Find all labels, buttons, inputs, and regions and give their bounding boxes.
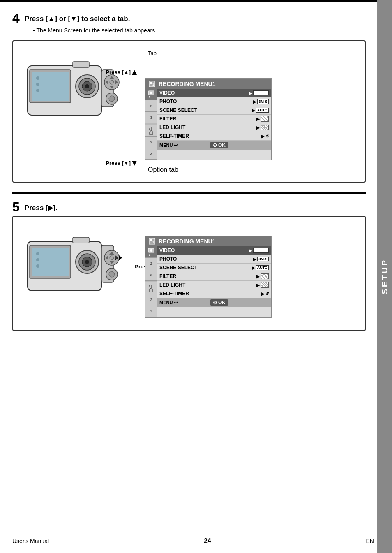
menu4-items-col: VIDEO ▶ Full-HD PHOTO ▶3M-S — [157, 89, 271, 160]
menu4-item-selftimer: SELF-TIMER ▶↺ — [157, 132, 271, 141]
menu5-title-text: RECORDING MENU1 — [159, 238, 215, 245]
camera4-drawing — [23, 49, 130, 123]
tab5-wrench-icon: 1 — [148, 284, 154, 293]
menu4-tab-3: 3 — [145, 112, 157, 123]
footer: User's Manual 24 EN — [12, 537, 374, 545]
svg-point-36 — [85, 260, 89, 264]
press-up-label: Press [▲] — [106, 69, 137, 75]
menu4-right-area — [261, 142, 269, 148]
tab-camera-icon: 1 — [148, 90, 154, 99]
menu5-title-icon: 1 — [149, 238, 155, 245]
menu4-tab-2: 2 — [145, 100, 157, 112]
svg-point-47 — [109, 271, 115, 277]
step5-title: Press [▶]. — [25, 200, 58, 212]
svg-rect-19 — [32, 72, 69, 101]
camera4-container: Press [▲] Press [▼] — [13, 41, 141, 182]
section-5: 5 Press [▶]. — [12, 200, 366, 331]
svg-rect-37 — [73, 237, 89, 243]
svg-marker-20 — [132, 70, 137, 75]
diagram5-box: Press [▶] 1 RECORDING MENU1 — [12, 216, 366, 331]
menu5-item-photo: PHOTO ▶3M-S — [157, 255, 271, 264]
svg-text:1: 1 — [149, 96, 150, 99]
diagram5-inner: Press [▶] 1 RECORDING MENU1 — [13, 217, 365, 330]
menu4-body: 1 2 3 1 — [145, 89, 271, 160]
side-tab: SETUP — [377, 0, 392, 553]
menu5-tab-icon: 1 — [145, 246, 157, 258]
section5-header: 5 Press [▶]. — [12, 200, 366, 213]
svg-point-15 — [109, 96, 115, 102]
svg-text:1: 1 — [152, 83, 154, 86]
svg-marker-45 — [119, 255, 122, 260]
menu5-item-selftimer: SELF-TIMER ▶↺ — [157, 289, 271, 298]
top-rule — [0, 0, 392, 2]
section-4: 4 Press [▲] or [▼] to select a tab. • Th… — [12, 4, 366, 183]
menu4-item-led: LED LIGHT ▶ — [157, 123, 271, 132]
menu5-item-filter: FILTER ▶ — [157, 272, 271, 281]
menu5-screen: 1 RECORDING MENU1 1 — [145, 236, 272, 318]
svg-text:1: 1 — [152, 241, 154, 243]
svg-point-27 — [150, 92, 152, 94]
menu4-menu-btn: MENU ↩ — [159, 143, 178, 148]
menu4-title-icon: 1 — [149, 81, 155, 87]
menu5-menu-btn: MENU ↩ — [159, 300, 178, 305]
tab-callout: Tab — [145, 47, 361, 59]
menu4-tabs-col: 1 2 3 1 — [145, 89, 157, 160]
svg-rect-6 — [73, 62, 89, 67]
menu5-tabs-col: 1 2 3 1 — [145, 246, 157, 317]
svg-marker-21 — [132, 161, 137, 166]
menu5-item-led: LED LIGHT ▶ — [157, 281, 271, 289]
camera5-container: Press [▶] — [13, 217, 141, 330]
svg-text:1: 1 — [149, 285, 150, 287]
menu5-ok-btn: ⊙ OK — [210, 299, 228, 306]
footer-manual: User's Manual — [12, 538, 49, 544]
menu4-option-2: 2 — [145, 137, 157, 148]
option-callout-line — [145, 164, 145, 176]
menu4-screen: 1 RECORDING MENU1 — [145, 78, 272, 160]
svg-text:1: 1 — [149, 127, 150, 130]
diagram4-inner: Press [▲] Press [▼] Tab — [13, 41, 365, 182]
tab-wrench-icon: 1 — [148, 126, 154, 135]
footer-lang: EN — [366, 538, 374, 544]
tab-callout-line — [145, 47, 145, 59]
tab5-camera-icon: 1 — [148, 248, 154, 257]
svg-point-13 — [110, 80, 114, 84]
menu5-right-area — [261, 299, 269, 306]
menu5-item-video: VIDEO ▶Full-HD — [157, 246, 271, 255]
menu5-bottom-bar: MENU ↩ ⊙ OK — [157, 298, 271, 307]
menu4-item-photo: PHOTO ▶3M-S — [157, 97, 271, 106]
menu4-option-3: 3 — [145, 148, 157, 160]
menu4-tab-icon: 1 — [145, 89, 157, 100]
svg-rect-54 — [150, 239, 152, 241]
option-callout-text: Option tab — [148, 166, 178, 174]
svg-rect-51 — [32, 248, 69, 276]
menu4-title-text: RECORDING MENU1 — [159, 81, 215, 87]
menu5-option-3: 3 — [145, 305, 157, 317]
svg-point-5 — [85, 84, 89, 88]
menu4-option-tab: 1 — [145, 125, 157, 137]
menu5-item-scene: SCENE SELECT ▶AUTO — [157, 264, 271, 272]
arrow-up-icon — [131, 69, 137, 75]
menu4-item-video: VIDEO ▶ Full-HD — [157, 89, 271, 97]
menu4-bottom-bar: MENU ↩ ⊙ OK — [157, 141, 271, 150]
camera5-drawing — [23, 225, 130, 299]
side-tab-label: SETUP — [380, 259, 390, 294]
menu4-ok-btn: ⊙ OK — [210, 142, 228, 148]
diagram4-box: Press [▲] Press [▼] Tab — [12, 40, 366, 183]
svg-point-57 — [150, 249, 152, 252]
menu5-option-tab: 1 — [145, 282, 157, 294]
step5-number: 5 — [12, 200, 20, 213]
option-callout: Option tab — [145, 164, 361, 176]
svg-text:1: 1 — [149, 253, 150, 256]
menu5-tab-3: 3 — [145, 269, 157, 281]
step4-title: Press [▲] or [▼] to select a tab. — [25, 12, 130, 23]
step4-number: 4 — [12, 12, 20, 25]
press-down-label: Press [▼] — [106, 160, 137, 166]
step4-desc: • The Menu Screen for the selected tab a… — [33, 27, 366, 34]
arrow-down-icon — [131, 160, 137, 166]
svg-rect-24 — [150, 82, 152, 84]
menu4-container: Tab 1 RECORDING MENU1 — [141, 41, 365, 182]
section-divider — [12, 192, 366, 194]
svg-point-44 — [110, 256, 114, 260]
menu5-tab-2: 2 — [145, 258, 157, 269]
menu4-item-scene: SCENE SELECT ▶AUTO — [157, 106, 271, 115]
